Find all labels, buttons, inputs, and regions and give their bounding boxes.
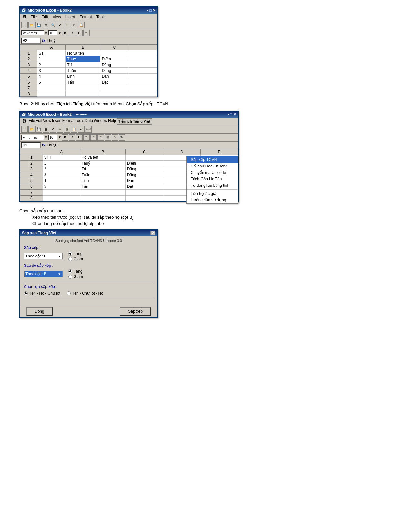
col-h-d[interactable]: D (163, 149, 200, 155)
tb2-merge[interactable]: ⊞ (105, 134, 111, 141)
cell-4d[interactable] (129, 68, 157, 74)
tb2-undo2[interactable]: ↩↩ (85, 126, 92, 133)
cell-2b[interactable]: Thuỷ (66, 56, 100, 62)
menu-chuyen-ma[interactable]: Chuyển mã Unicode (187, 169, 238, 176)
menu-help-2[interactable]: Help (108, 118, 116, 125)
cell-2d[interactable] (129, 56, 157, 62)
col-header-c1[interactable]: C (100, 45, 129, 50)
cell2-3a[interactable]: 2 (43, 166, 80, 172)
font-name-arrow-2[interactable]: ▼ (45, 136, 48, 139)
cell-6b[interactable]: Tấn (66, 79, 100, 85)
menu-huong-dan[interactable]: Hướng dẫn sử dụng (187, 197, 238, 203)
cell-ref-2[interactable]: B2 (21, 142, 41, 148)
font-size-1[interactable]: 10 (48, 30, 57, 35)
cell-8c[interactable] (100, 91, 129, 97)
cell2-1b[interactable]: Họ và tên (80, 155, 125, 160)
row-num[interactable]: 6 (20, 79, 37, 85)
col-header-b1[interactable]: B (66, 45, 100, 50)
tb-bold-1[interactable]: B (62, 30, 68, 36)
cell2-7c[interactable] (125, 189, 163, 195)
cell2-5a[interactable]: 4 (43, 178, 80, 184)
dong-button[interactable]: Đóng (26, 307, 53, 316)
cell-5a[interactable]: 4 (37, 74, 65, 79)
cell-6a[interactable]: 5 (37, 79, 65, 85)
cell2-5b[interactable]: Linh (80, 178, 125, 184)
cell-7b[interactable] (66, 85, 100, 91)
choice-option-2[interactable]: Tên - Chữ lót - Họ (67, 291, 103, 296)
cell2-6c[interactable]: Đạt (125, 184, 163, 189)
font-name-1[interactable]: vni-times (21, 30, 44, 35)
choice-option-1[interactable]: Tên - Họ - Chữ lót (24, 291, 60, 296)
radio-giam-2[interactable]: Giảm (68, 275, 83, 279)
row-num[interactable]: 3 (20, 166, 43, 172)
menu-tach-gop[interactable]: Tách-Gộp Họ Tên (187, 176, 238, 182)
cell2-8b[interactable] (80, 195, 125, 201)
cell-8b[interactable] (66, 91, 100, 97)
tb2-spell[interactable]: ✓ (50, 126, 56, 133)
col-h-a[interactable]: A (43, 149, 80, 155)
cell-5b[interactable]: Linh (66, 74, 100, 79)
cell-2c[interactable]: Điểm (100, 56, 129, 62)
cell-2a[interactable]: 1 (37, 56, 65, 62)
tb-cut[interactable]: ✂ (64, 22, 70, 28)
cell-5c[interactable]: Đan (100, 74, 129, 79)
cell-1d[interactable] (129, 50, 157, 56)
cell2-4b[interactable]: Tuấn (80, 172, 125, 178)
row-num[interactable]: 7 (20, 189, 43, 195)
cell-4a[interactable]: 3 (37, 68, 65, 74)
tb-spell[interactable]: ✓ (57, 22, 63, 28)
sap-xep-dropdown[interactable]: Theo cột : C ▼ (24, 253, 63, 259)
row-num[interactable]: 8 (20, 91, 37, 97)
col-h-b[interactable]: B (80, 149, 125, 155)
cell-4b[interactable]: Tuấn (66, 68, 100, 74)
tb2-new[interactable]: 🗋 (21, 126, 28, 133)
cell2-2c[interactable]: Điểm (125, 160, 163, 166)
menu-sap-xep-tcvn[interactable]: Sắp xếp-TCVN (187, 156, 238, 163)
cell2-3c[interactable]: Dũng (125, 166, 163, 172)
tb2-underline[interactable]: U (76, 134, 83, 141)
tb2-save[interactable]: 💾 (35, 126, 42, 133)
menu-doi-chu[interactable]: Đổi chữ Hoa-Thường (187, 163, 238, 169)
row-num[interactable]: 5 (20, 178, 43, 184)
row-num[interactable]: 5 (20, 74, 37, 79)
cell2-4c[interactable]: Dũng (125, 172, 163, 178)
row-num[interactable]: 7 (20, 85, 37, 91)
cell2-4a[interactable]: 3 (43, 172, 80, 178)
radio-giam-1[interactable]: Giảm (68, 257, 83, 261)
menu-view-2[interactable]: View (43, 118, 51, 125)
radio-tang-1[interactable]: Tăng (68, 251, 83, 256)
cell-ref-1[interactable]: B2 (21, 38, 41, 44)
font-name-arrow[interactable]: ▼ (45, 31, 48, 35)
menu-file-1[interactable]: File (29, 14, 39, 20)
col-header-a1[interactable]: A (37, 45, 65, 50)
menu-tu-dong-luu[interactable]: Tự động lưu bảng tính (187, 182, 238, 189)
menu-data-2[interactable]: Data (85, 118, 93, 125)
row-num[interactable]: 2 (20, 56, 37, 62)
tb-italic-1[interactable]: I (69, 30, 75, 36)
tb2-open[interactable]: 📂 (28, 126, 35, 133)
tb2-currency[interactable]: $ (112, 134, 118, 141)
dialog-close-button[interactable]: ✕ (150, 231, 155, 235)
tb2-copy[interactable]: ⎘ (64, 126, 70, 133)
font-size-arrow[interactable]: ▼ (58, 31, 61, 35)
cell2-1c[interactable] (125, 155, 163, 160)
tb-align-1[interactable]: ≡ (83, 30, 90, 36)
cell-3c[interactable]: Dũng (100, 62, 129, 68)
tb2-undo[interactable]: ↩ (78, 126, 85, 133)
tb-save[interactable]: 💾 (35, 22, 42, 28)
tb-new[interactable]: 🗋 (21, 22, 28, 28)
row-num[interactable]: 4 (20, 172, 43, 178)
cell2-2b[interactable]: Thuỷ (80, 160, 125, 166)
row-num[interactable]: 4 (20, 68, 37, 74)
menu-tools-2[interactable]: Tools (75, 118, 84, 125)
cell-7a[interactable] (37, 85, 65, 91)
row-num[interactable]: 1 (20, 50, 37, 56)
menu-file-2[interactable]: File (29, 118, 35, 125)
tb-open[interactable]: 📂 (28, 22, 35, 28)
cell2-6b[interactable]: Tấn (80, 184, 125, 189)
menu-insert-1[interactable]: Insert (64, 14, 77, 20)
cell2-7a[interactable] (43, 189, 80, 195)
cell2-5c[interactable]: Đan (125, 178, 163, 184)
tb-print[interactable]: 🖨 (43, 22, 49, 28)
row-num[interactable]: 3 (20, 62, 37, 68)
